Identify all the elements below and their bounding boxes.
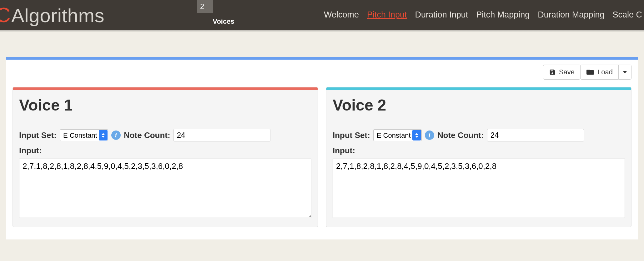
voice-1-title: Voice 1	[19, 94, 311, 120]
voice-2-input-set-select[interactable]: E Constant	[373, 129, 422, 141]
folder-icon	[586, 69, 594, 75]
nav-duration-mapping[interactable]: Duration Mapping	[538, 10, 604, 20]
save-button-label: Save	[559, 68, 575, 76]
nav-welcome[interactable]: Welcome	[324, 10, 359, 20]
load-dropdown-toggle[interactable]	[619, 65, 631, 80]
navbar-shadow	[0, 30, 644, 32]
voice-2-input-label: Input:	[333, 146, 625, 155]
voice-1-input-textarea[interactable]	[19, 159, 311, 218]
voice-1-note-count-input[interactable]	[174, 129, 270, 141]
info-icon[interactable]: i	[111, 130, 121, 140]
nav-pitch-mapping[interactable]: Pitch Mapping	[476, 10, 530, 20]
voice-2-input-set-label: Input Set:	[333, 130, 370, 140]
nav-links: Welcome Pitch Input Duration Input Pitch…	[324, 0, 644, 30]
voice-1-input-set-wrap: E Constant	[60, 129, 108, 141]
load-button-label: Load	[597, 68, 613, 76]
voice-2-input-textarea[interactable]	[333, 159, 625, 218]
voice-1-input-set-select[interactable]: E Constant	[60, 129, 108, 141]
main-panel: Save Load Voice 1 Input Set:	[6, 57, 638, 239]
chevron-down-icon	[623, 71, 627, 73]
brand[interactable]: CAlgorithms	[0, 3, 104, 27]
voice-2-controls: Input Set: E Constant i Note Count:	[333, 129, 625, 141]
voice-2-note-count-input[interactable]	[487, 129, 584, 141]
voice-1-body: Voice 1 Input Set: E Constant i Note Cou…	[13, 90, 318, 227]
voices-count-wrap	[197, 0, 250, 13]
top-navbar: CAlgorithms Voices Welcome Pitch Input D…	[0, 0, 644, 30]
voice-1-input-set-label: Input Set:	[19, 130, 57, 140]
voices-row: Voice 1 Input Set: E Constant i Note Cou…	[13, 87, 631, 227]
voice-2-input-set-wrap: E Constant	[373, 129, 422, 141]
voice-1-accent	[13, 87, 318, 90]
info-icon[interactable]: i	[425, 130, 434, 140]
voice-2-note-count-label: Note Count:	[437, 130, 484, 140]
voice-2-accent	[326, 87, 631, 90]
load-button[interactable]: Load	[580, 65, 619, 80]
voices-counter: Voices	[197, 0, 250, 30]
voice-1-note-count-label: Note Count:	[124, 130, 170, 140]
save-button[interactable]: Save	[543, 65, 581, 80]
load-button-group: Load	[580, 65, 631, 80]
voice-panel-1: Voice 1 Input Set: E Constant i Note Cou…	[13, 87, 318, 227]
voice-2-body: Voice 2 Input Set: E Constant i Note Cou…	[326, 90, 631, 227]
brand-text: Algorithms	[11, 4, 104, 27]
nav-duration-input[interactable]: Duration Input	[415, 10, 468, 20]
brand-prefix: C	[0, 3, 11, 27]
voice-1-controls: Input Set: E Constant i Note Count:	[19, 129, 311, 141]
voice-2-title: Voice 2	[333, 94, 625, 120]
voices-count-input[interactable]	[197, 0, 213, 13]
nav-scale[interactable]: Scale C	[612, 10, 642, 20]
nav-pitch-input[interactable]: Pitch Input	[367, 10, 407, 20]
voice-1-input-label: Input:	[19, 146, 311, 155]
toolbar: Save Load	[13, 65, 631, 80]
voice-panel-2: Voice 2 Input Set: E Constant i Note Cou…	[326, 87, 631, 227]
voices-count-label: Voices	[197, 13, 250, 30]
save-icon	[549, 69, 556, 76]
